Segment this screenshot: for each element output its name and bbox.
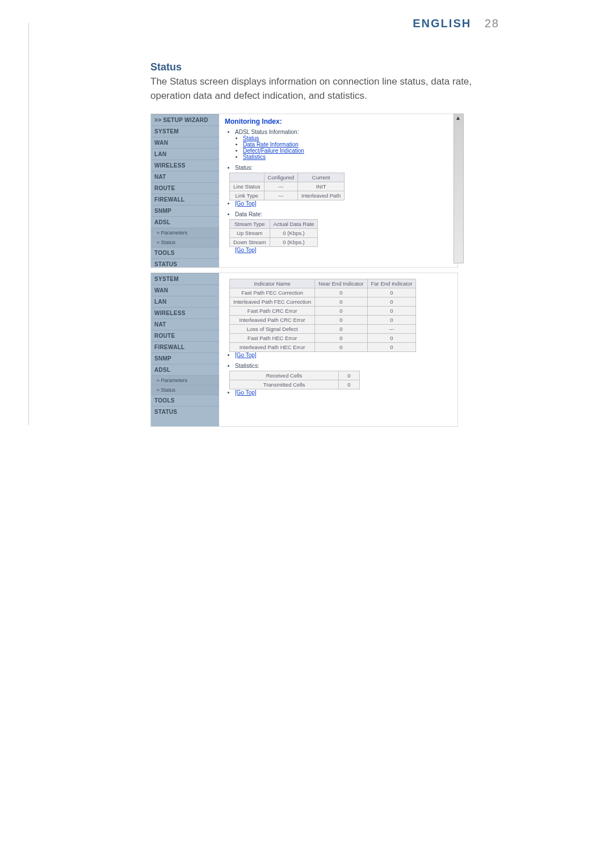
ind-th-name: Indicator Name	[230, 279, 315, 288]
screenshot-panel-2: SYSTEM WAN LAN WIRELESS NAT ROUTE FIREWA…	[150, 272, 458, 427]
go-top-link[interactable]: [Go Top]	[235, 389, 257, 396]
table-row: Loss of Signal Defect0---	[230, 325, 416, 334]
table-row: Line Status --- INIT	[230, 182, 345, 191]
table-row: Received Cells0	[230, 371, 360, 380]
panel2-content: Indicator Name Near End Indicator Far En…	[225, 279, 454, 396]
monitoring-index-heading: Monitoring Index:	[225, 118, 454, 125]
ind-th-far: Far End Indicator	[367, 279, 416, 288]
sidebar-item-wireless[interactable]: WIRELESS	[151, 160, 219, 171]
section-title: Status	[150, 61, 182, 73]
scrollbar[interactable]: ▲	[454, 114, 464, 263]
sidebar-item-route[interactable]: ROUTE	[151, 182, 219, 194]
data-rate-table: Stream Type Actual Data Rate Up Stream 0…	[229, 219, 318, 247]
link-statistics[interactable]: Statistics	[243, 154, 266, 160]
sidebar-sub-status[interactable]: » Status	[151, 385, 219, 395]
sidebar-item-nat[interactable]: NAT	[151, 171, 219, 182]
sidebar-item-adsl[interactable]: ADSL	[151, 216, 219, 228]
sidebar-item-firewall[interactable]: FIREWALL	[151, 194, 219, 205]
link-defect[interactable]: Defect/Failure Indication	[243, 148, 304, 154]
rate-th-stream: Stream Type	[230, 220, 270, 229]
table-row: Fast Path FEC Correction00	[230, 288, 416, 297]
go-top-link[interactable]: [Go Top]	[235, 247, 257, 253]
section-body-text: The Status screen displays information o…	[150, 75, 508, 103]
sidebar-item-wan[interactable]: WAN	[151, 137, 219, 148]
sidebar-sub-parameters[interactable]: » Parameters	[151, 375, 219, 385]
table-row: Link Type --- Interleaved Path	[230, 191, 345, 200]
go-top-link[interactable]: [Go Top]	[235, 352, 257, 358]
sidebar-item-system[interactable]: SYSTEM	[151, 273, 219, 284]
table-row: Up Stream 0 (Kbps.)	[230, 229, 318, 238]
nav-sidebar: SYSTEM WAN LAN WIRELESS NAT ROUTE FIREWA…	[151, 273, 219, 426]
sidebar-sub-status[interactable]: » Status	[151, 237, 219, 247]
table-row: Fast Path HEC Error00	[230, 334, 416, 343]
sidebar-item-snmp[interactable]: SNMP	[151, 353, 219, 364]
sidebar-item-firewall[interactable]: FIREWALL	[151, 341, 219, 353]
table-row: Interleaved Path HEC Error00	[230, 343, 416, 352]
statistics-section-label: Statistics:	[235, 363, 454, 369]
sidebar-item-route[interactable]: ROUTE	[151, 330, 219, 341]
status-th-blank	[230, 173, 264, 182]
header-page-number: 28	[485, 17, 499, 30]
status-th-current: Current	[298, 173, 345, 182]
scroll-up-icon[interactable]: ▲	[454, 114, 462, 122]
sidebar-item-tools[interactable]: TOOLS	[151, 247, 219, 258]
statistics-table: Received Cells0 Transmitted Cells0	[229, 371, 360, 389]
status-table: Configured Current Line Status --- INIT …	[229, 173, 345, 200]
sidebar-item-adsl[interactable]: ADSL	[151, 364, 219, 375]
indicator-table: Indicator Name Near End Indicator Far En…	[229, 279, 416, 352]
adsl-status-info-label: ADSL Status Information: Status Data Rat…	[235, 129, 454, 160]
screenshot-panel-1: >> SETUP WIZARD SYSTEM WAN LAN WIRELESS …	[150, 114, 458, 268]
status-th-configured: Configured	[264, 173, 297, 182]
table-row: Fast Path CRC Error00	[230, 307, 416, 316]
table-row: Interleaved Path FEC Correction00	[230, 297, 416, 307]
link-data-rate[interactable]: Data Rate Information	[243, 141, 299, 148]
status-section-label: Status:	[235, 165, 454, 171]
left-margin-rule	[28, 23, 29, 425]
table-row: Transmitted Cells0	[230, 380, 360, 389]
sidebar-item-wan[interactable]: WAN	[151, 284, 219, 296]
document-page: ENGLISH 28 Status The Status screen disp…	[0, 0, 613, 868]
sidebar-sub-parameters[interactable]: » Parameters	[151, 228, 219, 237]
panel1-content: Monitoring Index: ADSL Status Informatio…	[225, 116, 454, 253]
sidebar-item-snmp[interactable]: SNMP	[151, 205, 219, 216]
ind-th-near: Near End Indicator	[315, 279, 367, 288]
table-row: Interleaved Path CRC Error00	[230, 316, 416, 325]
table-row: Down Stream 0 (Kbps.)	[230, 238, 318, 247]
link-status[interactable]: Status	[243, 135, 259, 141]
go-top-link[interactable]: [Go Top]	[235, 200, 257, 207]
sidebar-item-status[interactable]: STATUS	[151, 406, 219, 417]
sidebar-item-lan[interactable]: LAN	[151, 296, 219, 307]
sidebar-item-wireless[interactable]: WIRELESS	[151, 307, 219, 318]
data-rate-section-label: Data Rate:	[235, 211, 454, 217]
sidebar-item-nat[interactable]: NAT	[151, 318, 219, 330]
rate-th-actual: Actual Data Rate	[270, 220, 318, 229]
sidebar-item-status[interactable]: STATUS	[151, 258, 219, 270]
sidebar-setup-wizard[interactable]: >> SETUP WIZARD	[151, 114, 219, 125]
sidebar-item-lan[interactable]: LAN	[151, 148, 219, 160]
sidebar-item-tools[interactable]: TOOLS	[151, 395, 219, 406]
sidebar-item-system[interactable]: SYSTEM	[151, 125, 219, 137]
page-header: ENGLISH 28	[413, 17, 499, 30]
header-language: ENGLISH	[413, 17, 471, 30]
nav-sidebar: >> SETUP WIZARD SYSTEM WAN LAN WIRELESS …	[151, 114, 219, 267]
